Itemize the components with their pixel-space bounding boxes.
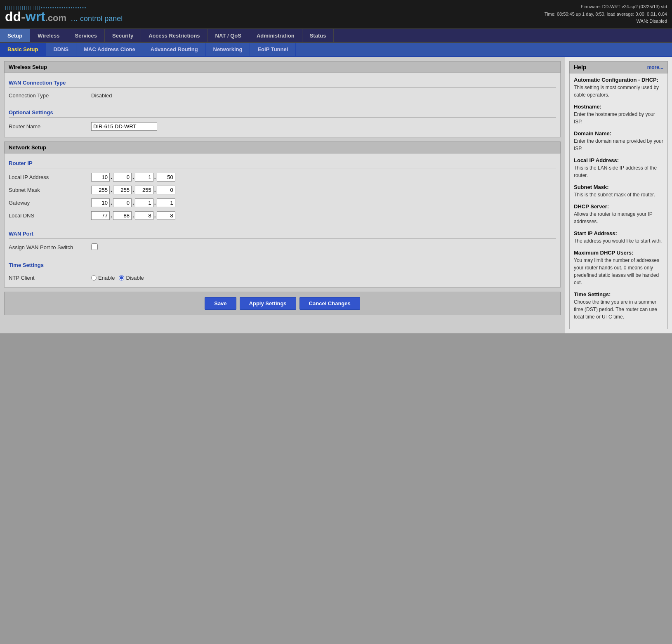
local-dns-octet1[interactable] [91,211,110,220]
subtab-advanced-routing[interactable]: Advanced Routing [143,43,206,56]
ntp-disable-label[interactable]: Disable [119,275,144,281]
nav-tab-security[interactable]: Security [105,29,141,42]
subnet-octet2[interactable] [113,186,132,194]
local-dns-octet2[interactable] [113,211,132,220]
help-item-text-0: This setting is most commonly used by ca… [574,84,663,99]
subtab-eoip-tunnel[interactable]: EoIP Tunnel [250,43,296,56]
nav-tab-access-restrictions[interactable]: Access Restrictions [141,29,207,42]
subnet-octet1[interactable] [91,186,110,194]
help-item-title-2: Domain Name: [574,130,663,137]
dns-dot-3: . [154,212,156,219]
nav-tab-setup[interactable]: Setup [0,29,30,42]
time-settings-subtitle: Time Settings [9,259,556,270]
header-info: Firmware: DD-WRT v24-sp2 (03/25/13) std … [545,3,667,25]
save-button[interactable]: Save [205,297,236,310]
logo-dd: dd [5,9,21,24]
sub-tabs: Basic Setup DDNS MAC Address Clone Advan… [0,43,672,57]
logo-wrt: wrt [26,9,45,24]
dns-dot-2: . [132,212,134,219]
network-setup-header: Network Setup [4,142,561,153]
local-ip-octet2[interactable] [113,173,132,182]
subnet-octet4[interactable] [157,186,175,194]
ntp-radio-group: Enable Disable [91,275,556,281]
subnet-mask-label: Subnet Mask [9,187,91,193]
help-item-8: Time Settings: Choose the time you are i… [574,291,663,321]
help-item-text-3: This is the LAN-side IP address of the r… [574,164,663,179]
connection-type-label: Connection Type [9,92,91,99]
ip-dot-1: . [111,174,112,180]
gateway-dot-1: . [111,199,112,206]
nav-tab-nat-qos[interactable]: NAT / QoS [208,29,249,42]
help-item-title-1: Hostname: [574,104,663,110]
nav-tab-wireless[interactable]: Wireless [30,29,67,42]
subnet-dot-2: . [132,186,134,193]
local-ip-octet4[interactable] [157,173,175,182]
gateway-octet4[interactable] [157,198,175,207]
ntp-disable-radio[interactable] [119,275,124,281]
local-dns-octet3[interactable] [135,211,153,220]
help-item-title-7: Maximum DHCP Users: [574,250,663,256]
ip-dot-3: . [154,174,156,180]
local-ip-octet1[interactable] [91,173,110,182]
help-item-text-1: Enter the hostname provided by your ISP. [574,111,663,125]
subtab-mac-address-clone[interactable]: MAC Address Clone [76,43,143,56]
help-item-text-4: This is the subnet mask of the router. [574,191,663,198]
wan-info: WAN: Disabled [545,18,667,25]
wan-port-checkbox[interactable] [91,243,98,250]
help-item-title-0: Automatic Configuration - DHCP: [574,77,663,83]
help-title: Help [574,64,586,71]
logo-text: dd-wrt.com [5,10,66,23]
wireless-setup-header: Wireless Setup [4,61,561,73]
gateway-octet3[interactable] [135,198,153,207]
nav-tabs: Setup Wireless Services Security Access … [0,29,672,43]
cancel-changes-button[interactable]: Cancel Changes [299,297,360,310]
ntp-enable-label[interactable]: Enable [91,275,115,281]
button-bar: Save Apply Settings Cancel Changes [4,292,561,315]
wan-connection-subtitle: WAN Connection Type [9,77,556,88]
gateway-octet2[interactable] [113,198,132,207]
help-more-link[interactable]: more... [647,64,663,70]
subnet-dot-1: . [111,186,112,193]
subtab-basic-setup[interactable]: Basic Setup [0,43,46,56]
gateway-dot-3: . [154,199,156,206]
nav-tab-administration[interactable]: Administration [249,29,302,42]
local-ip-label: Local IP Address [9,174,91,180]
help-item-text-7: You may limit the number of addresses yo… [574,257,663,286]
subnet-octet3[interactable] [135,186,153,194]
help-item-title-6: Start IP Address: [574,230,663,236]
ntp-enable-radio[interactable] [91,275,97,281]
help-item-1: Hostname: Enter the hostname provided by… [574,104,663,125]
connection-type-row: Connection Type Disabled [9,90,556,101]
ip-dot-2: . [132,174,134,180]
logo-com: .com [45,13,66,23]
help-item-0: Automatic Configuration - DHCP: This set… [574,77,663,99]
help-item-title-4: Subnet Mask: [574,184,663,190]
subnet-mask-row: Subnet Mask . . . [9,184,556,196]
nav-tab-status[interactable]: Status [302,29,334,42]
wan-port-row: Assign WAN Port to Switch [9,241,556,253]
gateway-octet1[interactable] [91,198,110,207]
gateway-group: . . . [91,198,556,207]
ntp-enable-text: Enable [98,275,115,281]
help-item-title-3: Local IP Address: [574,157,663,163]
optional-settings-subtitle: Optional Settings [9,107,556,118]
local-dns-octet4[interactable] [157,211,175,220]
router-name-row: Router Name [9,120,556,133]
nav-tab-services[interactable]: Services [67,29,105,42]
local-ip-octet3[interactable] [135,173,153,182]
local-dns-row: Local DNS . . . [9,209,556,222]
left-panel: Wireless Setup WAN Connection Type Conne… [0,57,565,333]
help-item-5: DHCP Server: Allows the router to manage… [574,203,663,225]
subtab-ddns[interactable]: DDNS [46,43,76,56]
main-content: Wireless Setup WAN Connection Type Conne… [0,57,672,333]
router-name-input[interactable] [91,122,157,131]
local-ip-group: . . . [91,173,556,182]
time-info: Time: 08:50:45 up 1 day, 8:50, load aver… [545,11,667,18]
logo-area: |||||||||||||||||||▪▪▪▪▪▪▪▪▪▪▪▪▪▪▪▪▪▪▪▪ … [5,5,123,23]
apply-settings-button[interactable]: Apply Settings [240,297,296,310]
subnet-mask-value: . . . [91,186,556,194]
help-item-text-8: Choose the time you are in a summer time… [574,298,663,321]
subtab-networking[interactable]: Networking [206,43,250,56]
header: |||||||||||||||||||▪▪▪▪▪▪▪▪▪▪▪▪▪▪▪▪▪▪▪▪ … [0,0,672,29]
connection-type-value: Disabled [91,92,556,99]
